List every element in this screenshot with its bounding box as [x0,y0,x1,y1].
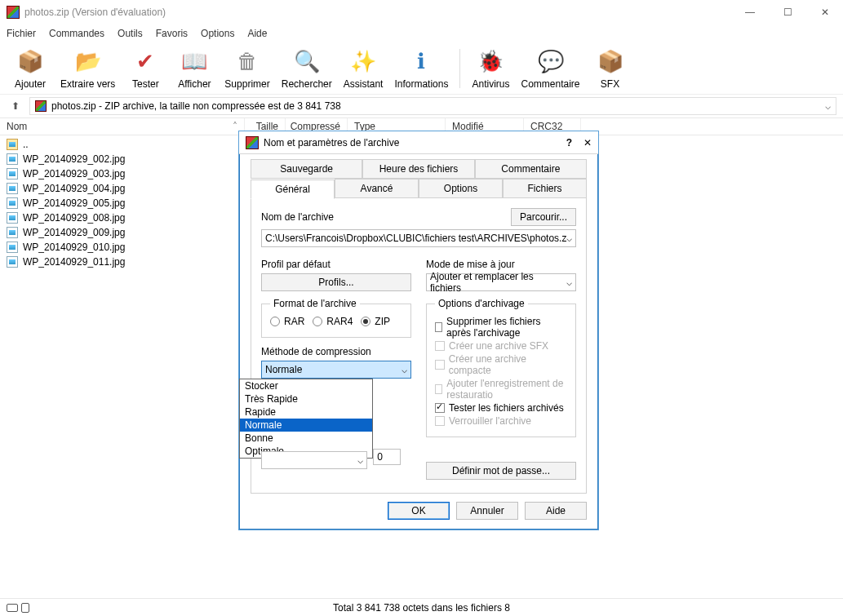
set-password-button[interactable]: Définir mot de passe... [426,462,576,480]
opt-delete-after[interactable]: Supprimer les fichiers après l'archivage [435,316,567,339]
browse-button[interactable]: Parcourir... [511,208,576,226]
cancel-button[interactable]: Annuler [456,502,518,520]
image-file-icon [7,168,18,179]
image-file-icon [7,153,18,165]
opt-test[interactable]: Tester les fichiers archivés [435,402,567,414]
compression-option[interactable]: Normale [240,419,372,432]
view-icon: 📖 [180,47,209,77]
test-icon: ✔ [131,47,160,77]
volume-size-field[interactable]: 0 [373,449,401,465]
address-field[interactable]: photos.zip - ZIP archive, la taille non … [29,97,836,115]
extract-icon: 📂 [73,47,103,77]
toolbar-supprimer[interactable]: 🗑Supprimer [224,47,269,90]
file-name: WP_20140929_011.jpg [23,256,125,268]
minimize-button[interactable]: — [739,7,761,18]
options-legend: Options d'archivage [435,298,528,309]
compression-option[interactable]: Très Rapide [240,392,372,405]
sfx-icon: 📦 [596,47,625,77]
window-titlebar: photos.zip (Version d'évaluation) — ☐ ✕ [0,0,843,24]
toolbar-assistant[interactable]: ✨Assistant [344,47,384,90]
dialog-title: Nom et paramètres de l'archive [264,137,399,148]
status-bar: Total 3 841 738 octets dans les fichiers… [0,598,843,616]
menu-tools[interactable]: Outils [118,28,143,39]
format-zip[interactable]: ZIP [361,316,390,327]
update-mode-select[interactable]: Ajouter et remplacer les fichiers ⌵ [426,273,576,291]
menu-bar: Fichier Commandes Outils Favoris Options… [0,24,843,42]
format-rar[interactable]: RAR [270,316,304,327]
toolbar-extraire-vers[interactable]: 📂Extraire vers [60,47,115,90]
tab-backup[interactable]: Sauvegarde [251,159,362,179]
archive-name-label: Nom de l'archive [261,211,504,223]
add-icon: 📦 [16,47,45,77]
dictionary-size-select[interactable]: ⌵ [261,451,367,469]
dialog-help-button[interactable]: ? [566,137,572,148]
image-file-icon [7,242,18,253]
up-button[interactable]: ⬆ [7,100,24,112]
help-button[interactable]: Aide [525,502,587,520]
menu-help[interactable]: Aide [247,28,267,39]
tab-options[interactable]: Options [419,179,503,198]
toolbar-separator [459,49,460,88]
compression-option[interactable]: Rapide [240,405,372,419]
image-file-icon [7,256,18,268]
menu-commands[interactable]: Commandes [49,28,104,39]
tab-files[interactable]: Fichiers [503,179,587,198]
toolbar-label: Ajouter [15,78,46,90]
toolbar-antivirus[interactable]: 🐞Antivirus [472,47,509,90]
toolbar-label: Assistant [344,78,384,90]
archive-dialog: Nom et paramètres de l'archive ? ✕ Sauve… [238,131,599,530]
wizard-icon: ✨ [348,47,378,77]
archiving-options-group: Options d'archivage Supprimer les fichie… [426,298,576,437]
toolbar-label: Rechercher [282,78,332,90]
address-bar: ⬆ photos.zip - ZIP archive, la taille no… [0,95,843,117]
toolbar-label: Informations [394,78,448,90]
comment-icon: 💬 [536,47,566,77]
address-dropdown-icon[interactable]: ⌵ [825,100,831,112]
compression-option[interactable]: Bonne [240,432,372,445]
format-rar4[interactable]: RAR4 [313,316,353,327]
archive-icon [35,100,47,112]
search-icon: 🔍 [292,47,322,77]
toolbar-commentaire[interactable]: 💬Commentaire [521,47,579,90]
profiles-button[interactable]: Profils... [261,273,411,291]
sort-indicator-icon: ˄ [233,121,237,132]
dialog-close-button[interactable]: ✕ [583,137,592,148]
compression-option[interactable]: Stocker [240,379,372,392]
compression-method-label: Méthode de compression [261,346,411,357]
toolbar-label: SFX [601,78,619,90]
menu-file[interactable]: Fichier [7,28,36,39]
menu-favorites[interactable]: Favoris [156,28,188,39]
archive-format-group: Format de l'archive RAR RAR4 ZIP [261,298,411,338]
toolbar-ajouter[interactable]: 📦Ajouter [11,47,49,90]
close-button[interactable]: ✕ [814,7,836,18]
profile-label: Profil par défaut [261,259,411,270]
menu-options[interactable]: Options [201,28,234,39]
status-text: Total 3 841 738 octets dans les fichiers… [333,602,510,614]
col-name[interactable]: Nom˄ [0,118,245,135]
tab-general[interactable]: Général [251,179,335,199]
toolbar-label: Supprimer [224,78,269,90]
tab-comment[interactable]: Commentaire [475,159,587,179]
opt-lock: Verrouiller l'archive [435,415,567,427]
toolbar-sfx[interactable]: 📦SFX [592,47,629,90]
toolbar-afficher[interactable]: 📖Afficher [175,47,213,90]
tab-time[interactable]: Heure des fichiers [362,159,474,179]
file-name: WP_20140929_010.jpg [23,242,125,253]
toolbar-tester[interactable]: ✔Tester [126,47,164,90]
dropdown-icon: ⌵ [357,454,363,466]
toolbar-rechercher[interactable]: 🔍Rechercher [282,47,332,90]
file-name: WP_20140929_004.jpg [23,183,125,194]
ok-button[interactable]: OK [388,502,450,520]
toolbar-label: Extraire vers [60,78,115,90]
dropdown-icon: ⌵ [566,233,572,244]
compression-method-select[interactable]: Normale ⌵ [261,361,411,379]
archive-path-field[interactable]: C:\Users\Francois\Dropbox\CLUBIC\fichier… [261,229,576,247]
tab-advanced[interactable]: Avancé [335,179,419,198]
status-drive-icon [7,604,18,612]
maximize-button[interactable]: ☐ [776,7,799,18]
file-name: WP_20140929_002.jpg [23,153,125,165]
dialog-titlebar: Nom et paramètres de l'archive ? ✕ [239,131,598,154]
toolbar-label: Tester [132,78,159,90]
file-name: WP_20140929_009.jpg [23,227,125,238]
toolbar-informations[interactable]: ℹInformations [394,47,448,90]
